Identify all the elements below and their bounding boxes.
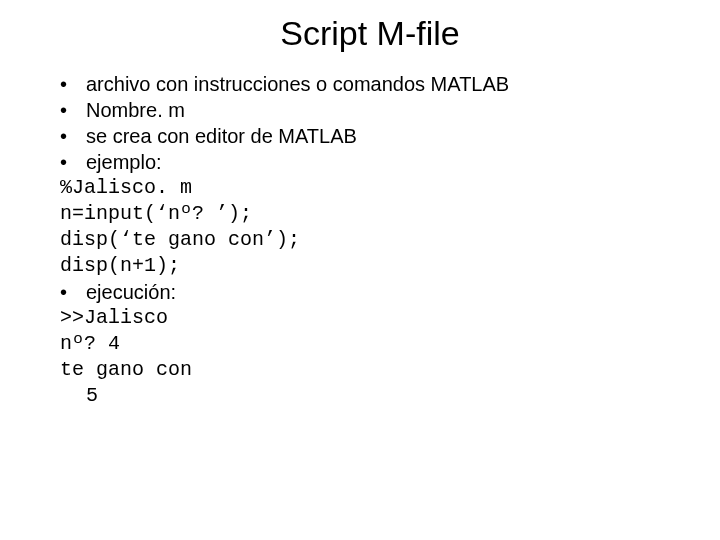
code-text: %Jalisco. m bbox=[60, 175, 192, 201]
code-text: >>Jalisco bbox=[60, 305, 168, 331]
bullet-icon: • bbox=[60, 97, 86, 123]
bullet-item: • Nombre. m bbox=[60, 97, 680, 123]
code-text: n=input(‘nº? ’); bbox=[60, 201, 252, 227]
code-line: n=input(‘nº? ’); bbox=[60, 201, 680, 227]
code-text: disp(‘te gano con’); bbox=[60, 227, 300, 253]
slide-body: • archivo con instrucciones o comandos M… bbox=[60, 71, 680, 409]
code-text: te gano con bbox=[60, 357, 192, 383]
bullet-text: ejemplo: bbox=[86, 149, 162, 175]
code-text: disp(n+1); bbox=[60, 253, 180, 279]
code-line: nº? 4 bbox=[60, 331, 680, 357]
code-line: disp(‘te gano con’); bbox=[60, 227, 680, 253]
bullet-item: • ejemplo: bbox=[60, 149, 680, 175]
bullet-text: archivo con instrucciones o comandos MAT… bbox=[86, 71, 509, 97]
bullet-item: • archivo con instrucciones o comandos M… bbox=[60, 71, 680, 97]
code-line: 5 bbox=[60, 383, 680, 409]
code-line: >>Jalisco bbox=[60, 305, 680, 331]
bullet-text: ejecución: bbox=[86, 279, 176, 305]
code-line: disp(n+1); bbox=[60, 253, 680, 279]
slide: Script M-file • archivo con instruccione… bbox=[0, 0, 720, 540]
bullet-icon: • bbox=[60, 123, 86, 149]
slide-title: Script M-file bbox=[60, 14, 680, 53]
bullet-text: Nombre. m bbox=[86, 97, 185, 123]
bullet-item: • ejecución: bbox=[60, 279, 680, 305]
code-text: 5 bbox=[86, 383, 98, 409]
bullet-icon: • bbox=[60, 149, 86, 175]
bullet-item: • se crea con editor de MATLAB bbox=[60, 123, 680, 149]
bullet-text: se crea con editor de MATLAB bbox=[86, 123, 357, 149]
bullet-icon: • bbox=[60, 279, 86, 305]
code-line: %Jalisco. m bbox=[60, 175, 680, 201]
code-line: te gano con bbox=[60, 357, 680, 383]
code-text: nº? 4 bbox=[60, 331, 120, 357]
bullet-icon: • bbox=[60, 71, 86, 97]
